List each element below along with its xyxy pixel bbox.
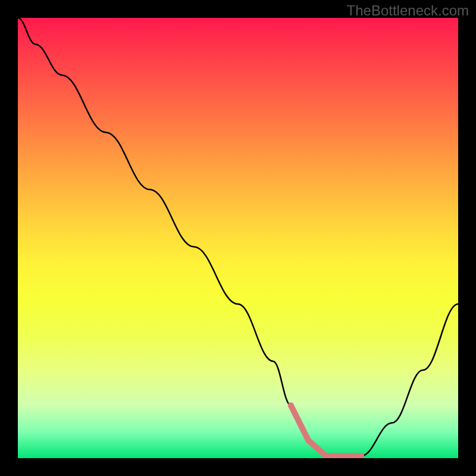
highlight-segment [291,405,361,456]
chart-svg [18,18,458,458]
plot-area [18,18,458,458]
bottleneck-curve-line [18,18,458,456]
watermark-text: TheBottleneck.com [347,2,469,19]
